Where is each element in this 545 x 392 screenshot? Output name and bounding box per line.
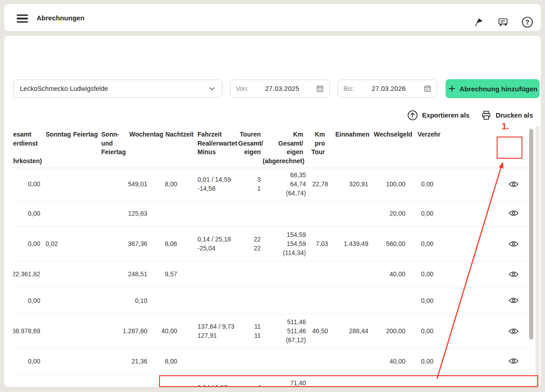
table-cell-nachtzeit: 8,00 [150, 179, 177, 189]
table-cell-verzehr: 0,00 [411, 209, 433, 218]
table-cell-einnahmen: 320,91 [337, 179, 368, 189]
help-button[interactable]: ? [521, 16, 534, 28]
print-label: Drucken als [496, 112, 533, 119]
bis-label: Bis: [343, 85, 354, 92]
topbar: Abrechnungen ? [4, 4, 541, 32]
table-cell-wechselgeld: 90,00 [374, 387, 405, 388]
eye-icon [508, 328, 519, 335]
eye-icon [508, 271, 519, 278]
view-details-button[interactable] [504, 236, 522, 251]
flag-icon [473, 17, 484, 28]
table-cell-wechselgeld: 40,00 [374, 269, 405, 279]
table-cell-km_pro_tour: 7,03 [305, 239, 328, 248]
table-cell-einnahmen: 288,44 [337, 326, 368, 335]
table-cell-wochentag: 776,36 [120, 387, 147, 388]
view-details-button[interactable] [504, 177, 522, 191]
table-cell-einnahmen: 67,46 [337, 387, 368, 388]
table-cell-km_pro_tour: 17,85 [305, 387, 328, 388]
eye-icon [508, 210, 519, 217]
table-row: 68.978,691.287,8040,00137,64 / 9,73 127,… [12, 314, 529, 348]
table-cell-wochentag: 21,36 [120, 357, 147, 366]
von-date-field[interactable]: Von: 27.03.2025 [230, 80, 330, 98]
table-cell-verzehr: 0,00 [411, 296, 433, 305]
table-cell-wechselgeld: 20,00 [374, 209, 405, 218]
export-icon [407, 110, 418, 121]
vertical-scrollbar-thumb[interactable] [529, 129, 533, 340]
table-cell-touren: 3 1 [238, 175, 261, 193]
help-icon: ? [521, 16, 534, 28]
column-header-feiertag: Feiertag [73, 130, 101, 139]
feedback-icon [497, 16, 509, 28]
table-cell-verzehr: 0,00 [411, 387, 433, 388]
calendar-icon [316, 85, 324, 93]
table-cell-km_pro_tour: 46,50 [305, 326, 328, 335]
table-cell-wochentag: 248,51 [120, 269, 147, 279]
table-cell-touren: 4 3 [238, 383, 261, 388]
column-header-wochentag: Wochentag [129, 130, 166, 139]
company-select[interactable]: LeckoSchmecko Ludwigsfelde [13, 80, 222, 98]
table-row: 0,00776,360,04 / 1,67 -1,634 371,40 70,2… [12, 374, 529, 387]
von-label: Von: [236, 85, 249, 92]
table-cell-verzehr: 0,00 [411, 239, 433, 248]
column-header-km: Km Gesamt/ eigen (abgerechnet) [263, 130, 303, 165]
table-cell-gesamt: 0,00 [13, 179, 40, 189]
page-title: Abrechnungen [37, 14, 85, 22]
view-details-button[interactable] [504, 354, 522, 368]
table-row: 22.361,82248,519,5740,000,00 [12, 261, 529, 287]
table-cell-sonntag: 0,02 [46, 239, 64, 248]
table-row: 0,00125,8320,000,00 [12, 200, 529, 227]
table-cell-nachtzeit: 8,00 [150, 357, 177, 366]
table-cell-verzehr: 0,00 [411, 357, 433, 366]
table-cell-nachtzeit: 8,06 [150, 239, 177, 248]
print-button[interactable]: Drucken als [481, 109, 533, 122]
table-row: 0,000,100,00 [12, 287, 529, 314]
export-label: Exportieren als [422, 112, 470, 119]
table-cell-wochentag: 549,01 [120, 179, 147, 189]
view-details-button[interactable] [504, 267, 522, 281]
von-value: 27.03.2025 [249, 85, 316, 92]
table-header-row: esamt erdienst hrkosten)SonntagFeiertagS… [12, 124, 529, 168]
view-details-button[interactable] [504, 293, 522, 308]
table-cell-verzehr: 0,00 [411, 179, 433, 189]
table-cell-km: 154,59 154,59 (114,34) [265, 230, 306, 257]
add-abrechnung-label: Abrechnung hinzufügen [460, 85, 537, 93]
add-abrechnung-button[interactable]: Abrechnung hinzufügen [446, 79, 540, 98]
table-cell-gesamt: 0,00 [13, 239, 40, 248]
flag-button[interactable] [472, 16, 485, 28]
table-cell-gesamt: 0,00 [13, 296, 40, 305]
eye-icon [508, 358, 519, 364]
view-details-button[interactable] [504, 324, 522, 338]
vertical-scrollbar-track[interactable] [536, 126, 540, 387]
view-details-button[interactable] [504, 385, 522, 388]
table-cell-wochentag: 1.287,80 [120, 326, 147, 335]
export-button[interactable]: Exportieren als [407, 109, 470, 122]
column-header-km_pro_tour: Km pro Tour [302, 130, 325, 157]
table-cell-km: 511,46 511,46 (67,12) [265, 317, 306, 345]
table-cell-wechselgeld: 100,00 [374, 179, 405, 189]
content-card: LeckoSchmecko Ludwigsfelde Von: 27.03.20… [4, 35, 541, 387]
table-cell-wochentag: 0,10 [120, 296, 147, 305]
table-row: 0,000,02367,368,060,14 / 25,18 -25,0422 … [12, 227, 529, 261]
table-cell-nachtzeit: 9,57 [150, 269, 177, 279]
column-header-sonn_feiertag: Sonn- und Feiertag [101, 130, 129, 157]
column-header-sonntag: Sonntag [46, 130, 74, 139]
table-cell-wechselgeld: 200,00 [374, 326, 405, 335]
table-cell-wechselgeld: 40,00 [374, 357, 405, 366]
table-cell-gesamt: 68.978,69 [13, 326, 40, 335]
table-cell-verzehr: 0,00 [411, 326, 433, 335]
eye-icon [508, 181, 519, 188]
feedback-button[interactable] [497, 16, 509, 28]
column-header-einnahmen: Einnahmen [335, 130, 371, 139]
bis-date-field[interactable]: Bis: 27.03.2026 [338, 80, 437, 98]
view-details-button[interactable] [504, 206, 522, 221]
table-cell-einnahmen: 1.439,49 [337, 239, 368, 248]
abrechnungen-table: esamt erdienst hrkosten)SonntagFeiertagS… [12, 124, 529, 387]
table-cell-wechselgeld: 560,00 [374, 239, 405, 248]
hamburger-icon [17, 14, 28, 16]
table-row: 0,00549,018,000,01 / 14,59 -14,583 168,3… [12, 168, 529, 200]
column-header-nachtzeit: Nachtzeit [165, 130, 197, 139]
eye-icon [508, 241, 519, 247]
table-cell-verzehr: 0,00 [411, 269, 433, 279]
table-cell-gesamt: 0,00 [13, 357, 40, 366]
hamburger-menu-button[interactable] [17, 13, 33, 24]
